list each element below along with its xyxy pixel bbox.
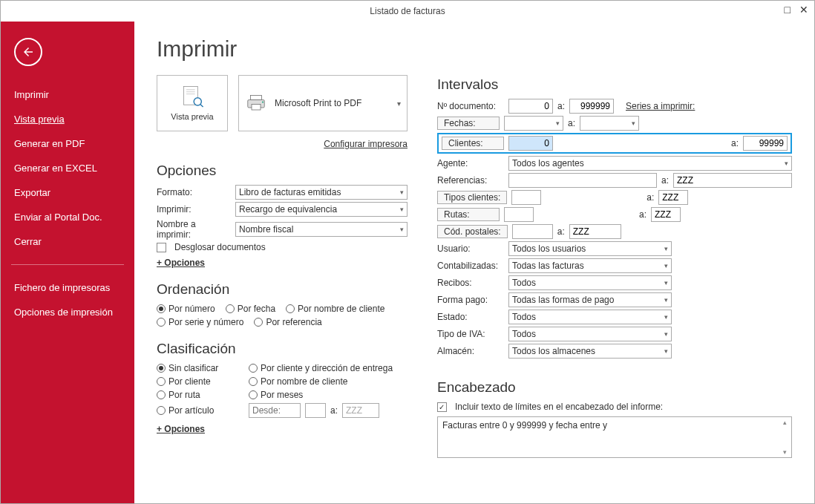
chevron-down-icon: ▾ (400, 206, 404, 213)
chevron-down-icon: ▾ (400, 189, 404, 196)
fecha-from-dd[interactable]: ▾ (504, 116, 563, 131)
clientes-button[interactable]: Clientes: (442, 137, 504, 150)
agente-label: Agente: (437, 158, 504, 168)
referencias-from-input[interactable] (508, 173, 657, 188)
sidebar-item-generar-excel[interactable]: Generar en EXCEL (1, 156, 134, 180)
estado-select[interactable]: Todos▾ (508, 310, 672, 324)
series-imprimir-link[interactable]: Series a imprimir: (626, 101, 695, 111)
clasificacion-heading: Clasificación (157, 341, 408, 357)
printer-selector[interactable]: Microsoft Print to PDF ▾ (238, 75, 408, 131)
tipo-iva-select[interactable]: Todos▾ (508, 327, 672, 341)
clientes-highlight-box: Clientes: a: (437, 133, 792, 154)
document-preview-icon (181, 85, 203, 109)
back-button[interactable] (14, 38, 42, 66)
window-controls: □ ✕ (785, 4, 808, 16)
tipos-clientes-button[interactable]: Tipos clientes: (437, 191, 507, 204)
referencias-label: Referencias: (437, 175, 504, 186)
sidebar: Imprimir Vista previa Generar en PDF Gen… (1, 22, 134, 503)
cod-to-input[interactable] (569, 224, 621, 239)
sidebar-item-vista-previa[interactable]: Vista previa (1, 107, 134, 131)
svg-point-4 (194, 98, 201, 105)
maximize-icon[interactable]: □ (785, 4, 791, 16)
ndoc-from-input[interactable] (508, 99, 553, 114)
sidebar-item-imprimir[interactable]: Imprimir (1, 82, 134, 107)
clas-meses-radio[interactable]: Por meses (249, 390, 408, 400)
rutas-to-input[interactable] (651, 207, 681, 222)
agente-select[interactable]: Todos los agentes▾ (508, 156, 792, 171)
tipos-from-input[interactable] (511, 190, 541, 205)
nombre-select[interactable]: Nombre fiscal▾ (235, 222, 408, 237)
clas-sin-clasificar-radio[interactable]: Sin clasificar (157, 363, 249, 373)
formato-label: Formato: (157, 187, 231, 197)
recibos-select[interactable]: Todos▾ (508, 275, 672, 290)
clas-a-input[interactable] (342, 403, 379, 418)
svg-point-9 (262, 101, 264, 102)
contabilizadas-select[interactable]: Todas las facturas▾ (508, 258, 672, 273)
svg-line-5 (200, 104, 203, 107)
clas-nombre-cliente-radio[interactable]: Por nombre de cliente (249, 376, 408, 387)
orden-por-referencia-radio[interactable]: Por referencia (254, 317, 321, 327)
referencias-to-input[interactable] (673, 173, 792, 188)
usuario-select[interactable]: Todos los usuarios▾ (508, 241, 672, 256)
sidebar-item-exportar[interactable]: Exportar (1, 180, 134, 205)
opciones-heading: Opciones (157, 163, 408, 179)
clas-desde-extra-input[interactable] (305, 403, 326, 418)
sidebar-item-enviar-portal[interactable]: Enviar al Portal Doc. (1, 205, 134, 229)
clas-ruta-radio[interactable]: Por ruta (157, 390, 249, 400)
tipos-to-input[interactable] (658, 190, 688, 205)
sidebar-item-opciones-impresion[interactable]: Opciones de impresión (1, 300, 134, 324)
vista-previa-button[interactable]: Vista previa (157, 75, 228, 131)
ndoc-to-input[interactable] (569, 99, 614, 114)
imprimir-select[interactable]: Recargo de equivalencia▾ (235, 202, 408, 217)
formato-select[interactable]: Libro de facturas emitidas▾ (235, 185, 408, 200)
forma-pago-label: Forma pago: (437, 295, 504, 305)
fecha-to-dd[interactable]: ▾ (580, 116, 639, 131)
tipo-iva-label: Tipo de IVA: (437, 329, 504, 339)
clientes-from-input[interactable] (508, 136, 553, 151)
almacen-select[interactable]: Todos los almacenes▾ (508, 344, 672, 359)
orden-por-fecha-radio[interactable]: Por fecha (226, 304, 275, 314)
encabezado-text: Facturas entre 0 y 999999 y fecha entre … (442, 420, 607, 431)
clas-desde-input[interactable] (249, 403, 301, 418)
clas-articulo-radio[interactable]: Por artículo (157, 405, 249, 416)
mas-opciones-link[interactable]: + Opciones (157, 258, 205, 268)
orden-por-serie-radio[interactable]: Por serie y número (157, 317, 243, 327)
scroll-down-icon[interactable]: ▾ (779, 448, 790, 456)
orden-por-numero-radio[interactable]: Por número (157, 304, 215, 314)
sidebar-item-fichero-impresoras[interactable]: Fichero de impresoras (1, 275, 134, 300)
sidebar-item-cerrar[interactable]: Cerrar (1, 229, 134, 254)
rutas-button[interactable]: Rutas: (437, 208, 500, 221)
left-column: Imprimir (157, 27, 408, 496)
fechas-button[interactable]: Fechas: (437, 117, 500, 130)
chevron-down-icon: ▾ (397, 99, 401, 108)
page-heading: Imprimir (157, 36, 408, 62)
desglosar-label: Desglosar documentos (174, 242, 266, 252)
printer-name: Microsoft Print to PDF (275, 98, 361, 108)
clientes-to-input[interactable] (743, 136, 788, 151)
estado-label: Estado: (437, 312, 504, 322)
sidebar-item-generar-pdf[interactable]: Generar en PDF (1, 131, 134, 156)
encabezado-textarea[interactable]: Facturas entre 0 y 999999 y fecha entre … (437, 416, 792, 458)
incluir-texto-label: Incluir texto de límites en el encabezad… (455, 402, 663, 412)
imprimir-label: Imprimir: (157, 204, 231, 215)
forma-pago-select[interactable]: Todas las formas de pago▾ (508, 292, 672, 307)
almacen-label: Almacén: (437, 346, 504, 356)
clas-cliente-direccion-radio[interactable]: Por cliente y dirección de entrega (249, 363, 408, 373)
desglosar-checkbox[interactable] (157, 243, 166, 252)
sidebar-separator (11, 264, 124, 265)
printer-icon (245, 94, 267, 113)
incluir-texto-checkbox[interactable]: ✓ (437, 402, 447, 412)
clas-cliente-radio[interactable]: Por cliente (157, 376, 249, 387)
textarea-scroll: ▴ ▾ (779, 419, 790, 456)
configurar-impresora-link[interactable]: Configurar impresora (324, 139, 408, 149)
scroll-up-icon[interactable]: ▴ (779, 419, 790, 426)
window-title: Listado de facturas (370, 6, 445, 16)
rutas-from-input[interactable] (504, 207, 534, 222)
orden-por-nombre-radio[interactable]: Por nombre de cliente (286, 304, 384, 314)
ordenacion-heading: Ordenación (157, 281, 408, 298)
usuario-label: Usuario: (437, 243, 504, 254)
cod-postales-button[interactable]: Cód. postales: (437, 225, 508, 238)
clas-mas-opciones-link[interactable]: + Opciones (157, 424, 205, 434)
cod-from-input[interactable] (512, 224, 553, 239)
close-icon[interactable]: ✕ (799, 4, 808, 16)
